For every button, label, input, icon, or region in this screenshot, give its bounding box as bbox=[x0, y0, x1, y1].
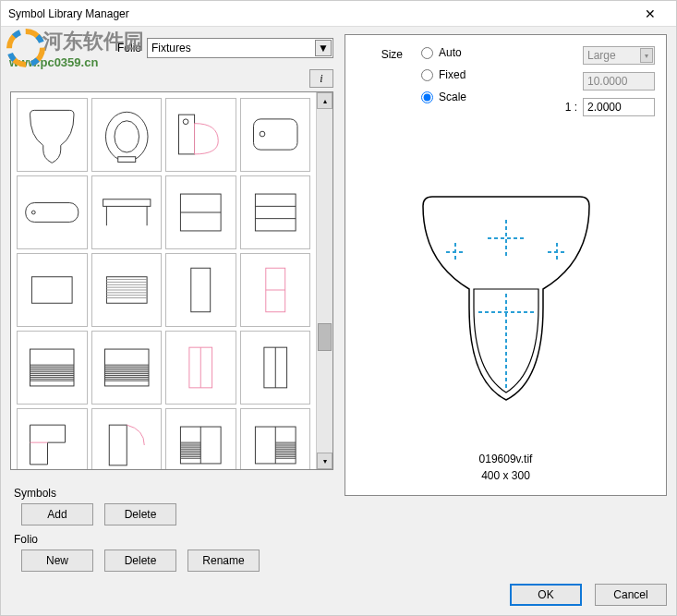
fixed-field: 10.0000 bbox=[583, 72, 655, 91]
thumb-sink-round[interactable] bbox=[17, 98, 88, 172]
cancel-button[interactable]: Cancel bbox=[595, 584, 667, 606]
preview-dims: 400 x 300 bbox=[357, 467, 655, 484]
preview-filename: 019609v.tif bbox=[357, 451, 655, 467]
thumb-blinds-half[interactable] bbox=[165, 408, 236, 469]
svg-rect-5 bbox=[179, 115, 195, 154]
thumb-toilet-side[interactable] bbox=[165, 98, 236, 172]
thumb-cabinet-pink[interactable] bbox=[165, 331, 236, 405]
left-column: Folio Fixtures ▼ i ▴ ▾ Symbols Add bbox=[10, 34, 333, 606]
thumb-door-pink[interactable] bbox=[240, 253, 311, 327]
scroll-thumb[interactable] bbox=[318, 323, 332, 351]
preview-caption: 019609v.tif 400 x 300 bbox=[357, 451, 655, 484]
radio-scale[interactable]: Scale bbox=[421, 91, 466, 103]
thumb-tub-long[interactable] bbox=[17, 175, 88, 249]
thumb-door-open[interactable] bbox=[91, 408, 163, 469]
thumb-table-rect[interactable] bbox=[91, 175, 163, 249]
dialog-buttons: OK Cancel bbox=[345, 573, 667, 606]
preview-image bbox=[357, 135, 655, 443]
content-area: Folio Fixtures ▼ i ▴ ▾ Symbols Add bbox=[1, 27, 676, 615]
svg-rect-4 bbox=[117, 157, 135, 163]
scroll-down-icon[interactable]: ▾ bbox=[317, 453, 332, 469]
fixture-preview-icon bbox=[386, 169, 626, 409]
thumb-panel-lines[interactable] bbox=[91, 253, 163, 327]
thumb-tub-small[interactable] bbox=[240, 98, 311, 172]
scale-field[interactable]: 2.0000 bbox=[583, 98, 655, 116]
dialog-window: Symbol Library Manager ✕ 河东软件园 www.pc035… bbox=[0, 0, 677, 616]
titlebar: Symbol Library Manager ✕ bbox=[1, 1, 676, 27]
folio-label: Folio bbox=[10, 42, 147, 54]
thumb-drawer-3[interactable] bbox=[240, 175, 311, 249]
size-values: Large ▾ 10.0000 1 : 2.0000 bbox=[565, 46, 655, 116]
ok-button[interactable]: OK bbox=[510, 584, 582, 606]
thumb-toilet-top[interactable] bbox=[91, 98, 163, 172]
size-label: Size bbox=[357, 46, 403, 116]
size-combo: Large ▾ bbox=[583, 46, 655, 65]
close-button[interactable]: ✕ bbox=[632, 5, 669, 23]
thumb-blinds-1[interactable] bbox=[17, 331, 88, 405]
bottom-controls: Symbols Add Delete Folio New Delete Rena… bbox=[10, 479, 333, 572]
folio-row: Folio Fixtures ▼ bbox=[10, 34, 333, 62]
thumbnail-grid-frame: ▴ ▾ bbox=[10, 91, 333, 470]
folio-combo[interactable]: Fixtures ▼ bbox=[147, 38, 333, 58]
svg-rect-9 bbox=[26, 203, 79, 223]
size-radios: Auto Fixed Scale bbox=[421, 46, 466, 116]
rename-button[interactable]: Rename bbox=[187, 550, 260, 572]
add-button[interactable]: Add bbox=[21, 503, 93, 525]
thumbnail-grid bbox=[11, 92, 316, 469]
radio-auto[interactable]: Auto bbox=[421, 46, 466, 59]
size-options: Size Auto Fixed Scale Large ▾ bbox=[357, 46, 655, 116]
chevron-down-icon: ▼ bbox=[315, 40, 332, 56]
thumb-blinds-q[interactable] bbox=[240, 408, 311, 469]
new-button[interactable]: New bbox=[21, 550, 93, 572]
preview-frame: Size Auto Fixed Scale Large ▾ bbox=[345, 34, 667, 496]
svg-rect-16 bbox=[255, 194, 296, 231]
chevron-down-icon: ▾ bbox=[640, 48, 653, 63]
info-button[interactable]: i bbox=[309, 69, 333, 88]
scrollbar[interactable]: ▴ ▾ bbox=[316, 92, 332, 469]
thumb-drawer-2[interactable] bbox=[165, 175, 236, 249]
svg-rect-29 bbox=[191, 268, 211, 312]
radio-fixed[interactable]: Fixed bbox=[421, 68, 466, 81]
thumb-panel[interactable] bbox=[17, 253, 88, 327]
window-title: Symbol Library Manager bbox=[8, 7, 632, 20]
thumb-blinds-2[interactable] bbox=[91, 331, 163, 405]
svg-rect-19 bbox=[31, 277, 72, 304]
folio-section-label: Folio bbox=[14, 533, 333, 546]
svg-rect-59 bbox=[109, 425, 127, 465]
folio-combo-value: Fixtures bbox=[151, 42, 191, 54]
delete-symbol-button[interactable]: Delete bbox=[104, 503, 176, 525]
thumb-corner-1[interactable] bbox=[17, 408, 88, 469]
thumb-cabinet[interactable] bbox=[240, 331, 311, 405]
right-column: Size Auto Fixed Scale Large ▾ bbox=[345, 34, 667, 606]
scroll-up-icon[interactable]: ▴ bbox=[317, 92, 332, 109]
delete-folio-button[interactable]: Delete bbox=[104, 550, 176, 572]
scale-prefix: 1 : bbox=[565, 101, 577, 114]
svg-rect-11 bbox=[103, 199, 150, 207]
svg-point-3 bbox=[114, 121, 139, 152]
thumb-door-closed[interactable] bbox=[165, 253, 236, 327]
symbols-label: Symbols bbox=[14, 487, 333, 500]
